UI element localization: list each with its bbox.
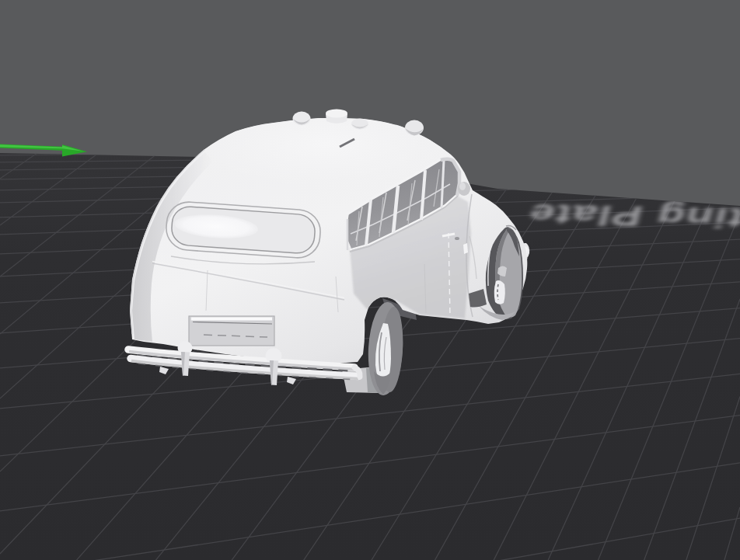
svg-text:Heating Plate: Heating Plate [524,198,740,236]
